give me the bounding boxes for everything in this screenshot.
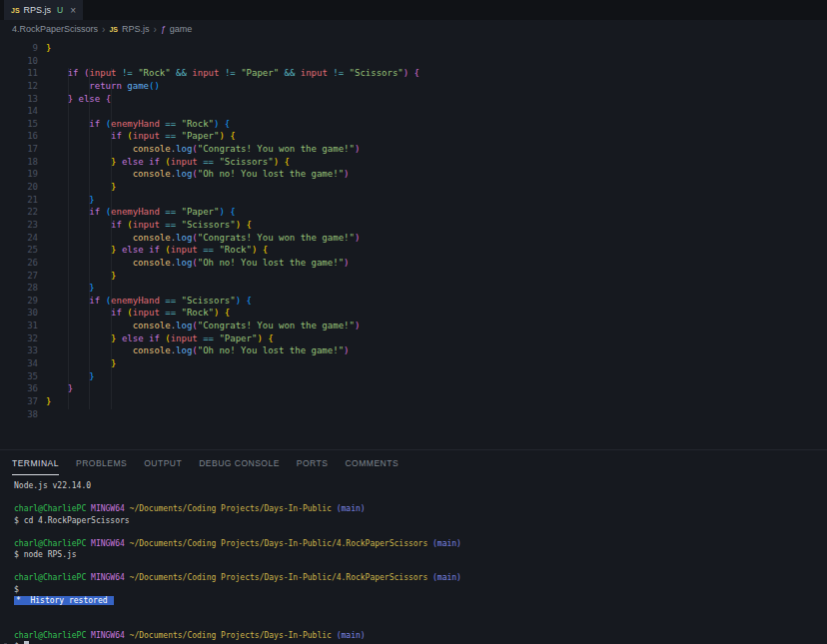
code-line[interactable]: 29 if (enemyHand == "Scissors") { bbox=[0, 295, 827, 308]
code-text: if (input == "Paper") { bbox=[46, 130, 236, 143]
panel-tab-ports[interactable]: PORTS bbox=[297, 450, 329, 475]
chevron-right-icon: › bbox=[153, 24, 156, 35]
code-line[interactable]: 11 if (input != "Rock" && input != "Pape… bbox=[0, 67, 827, 80]
code-text bbox=[46, 408, 51, 421]
terminal-output[interactable]: Node.js v22.14.0 charl@CharliePC MINGW64… bbox=[0, 475, 827, 644]
code-line[interactable]: 35 } bbox=[0, 370, 827, 383]
terminal-text: MINGW64 bbox=[91, 631, 130, 640]
close-tab-icon[interactable]: × bbox=[70, 5, 76, 16]
code-text: } bbox=[46, 181, 116, 194]
code-token: ) bbox=[355, 233, 360, 243]
code-line[interactable]: 13 } else { bbox=[0, 93, 827, 106]
code-line[interactable]: 19 console.log("Oh no! You lost the game… bbox=[0, 168, 827, 181]
line-number: 24 bbox=[0, 232, 38, 245]
code-text: if (input == "Scissors") { bbox=[46, 219, 252, 232]
code-line[interactable]: 36 } bbox=[0, 382, 827, 395]
code-line[interactable]: 17 console.log("Congrats! You won the ga… bbox=[0, 143, 827, 156]
line-number: 36 bbox=[0, 382, 38, 395]
code-token: input bbox=[171, 333, 204, 343]
line-number: 26 bbox=[0, 257, 38, 270]
code-token: != bbox=[122, 68, 138, 78]
code-line[interactable]: 9} bbox=[0, 42, 827, 55]
code-line[interactable]: 16 if (input == "Paper") { bbox=[0, 130, 827, 143]
code-text bbox=[46, 55, 51, 68]
terminal-text: $ cd 4.RockPaperScissors bbox=[14, 516, 130, 525]
code-token: ) bbox=[344, 345, 349, 355]
code-token: "Scissors" bbox=[182, 220, 236, 230]
code-line[interactable]: 32 } else if (input == "Paper") { bbox=[0, 332, 827, 345]
code-line[interactable]: 15 if (enemyHand == "Rock") { bbox=[0, 118, 827, 131]
code-text: } else if (input == "Scissors") { bbox=[46, 156, 290, 169]
code-token bbox=[46, 157, 111, 167]
tab-label: RPS.js bbox=[24, 5, 52, 15]
code-line[interactable]: 38 bbox=[0, 408, 827, 421]
terminal-line: $ cd 4.RockPaperScissors bbox=[14, 515, 827, 527]
code-token: != bbox=[225, 68, 241, 78]
line-number: 19 bbox=[0, 168, 38, 181]
code-token: "Paper" bbox=[182, 207, 220, 217]
code-token: ) { bbox=[219, 207, 235, 217]
terminal-text: (main) bbox=[337, 504, 366, 513]
code-token: else if bbox=[122, 245, 165, 255]
code-text: } bbox=[46, 270, 116, 283]
panel-tab-comments[interactable]: COMMENTS bbox=[345, 450, 399, 475]
code-token: ) { bbox=[236, 220, 252, 230]
code-line[interactable]: 30 if (input == "Rock") { bbox=[0, 307, 827, 320]
code-line[interactable]: 26 console.log("Oh no! You lost the game… bbox=[0, 257, 827, 270]
code-line[interactable]: 24 console.log("Congrats! You won the ga… bbox=[0, 232, 827, 245]
code-line[interactable]: 10 bbox=[0, 55, 827, 68]
panel-tab-problems[interactable]: PROBLEMS bbox=[76, 450, 127, 475]
terminal-text: ~/Documents/Coding Projects/Days-In-Publ… bbox=[130, 504, 337, 513]
line-number: 25 bbox=[0, 244, 38, 257]
terminal-text: charl@CharliePC bbox=[14, 573, 91, 582]
terminal-line bbox=[14, 561, 827, 573]
line-number: 20 bbox=[0, 181, 38, 194]
code-token bbox=[46, 94, 68, 104]
terminal-text: MINGW64 bbox=[91, 573, 130, 582]
code-token: } bbox=[46, 43, 51, 53]
code-line[interactable]: 22 if (enemyHand == "Paper") { bbox=[0, 206, 827, 219]
code-text: console.log("Oh no! You lost the game!") bbox=[46, 344, 349, 357]
code-editor[interactable]: 9}10 11 if (input != "Rock" && input != … bbox=[0, 38, 827, 449]
code-line[interactable]: 33 console.log("Oh no! You lost the game… bbox=[0, 344, 827, 357]
code-line[interactable]: 27 } bbox=[0, 270, 827, 283]
panel-tab-terminal[interactable]: TERMINAL bbox=[12, 450, 59, 475]
line-number: 35 bbox=[0, 370, 38, 383]
code-line[interactable]: 21 } bbox=[0, 194, 827, 207]
panel-tab-output[interactable]: OUTPUT bbox=[144, 450, 182, 475]
line-number: 16 bbox=[0, 130, 38, 143]
code-token: log bbox=[176, 321, 192, 330]
code-line[interactable]: 28 } bbox=[0, 282, 827, 295]
code-token: "Oh no! You lost the game!" bbox=[198, 345, 344, 355]
code-token: } bbox=[46, 396, 51, 406]
code-line[interactable]: 23 if (input == "Scissors") { bbox=[0, 219, 827, 232]
history-restored-badge: * History restored bbox=[14, 596, 114, 605]
terminal-line: * History restored bbox=[14, 595, 827, 607]
breadcrumb-folder[interactable]: 4.RockPaperScissors bbox=[12, 24, 98, 34]
indent-guide bbox=[111, 68, 112, 409]
code-line[interactable]: 20 } bbox=[0, 181, 827, 194]
code-line[interactable]: 34 } bbox=[0, 357, 827, 370]
code-token: "Oh no! You lost the game!" bbox=[198, 169, 344, 179]
indent-guide bbox=[89, 68, 90, 409]
code-line[interactable]: 31 console.log("Congrats! You won the ga… bbox=[0, 320, 827, 332]
line-number: 32 bbox=[0, 332, 38, 345]
breadcrumb-file[interactable]: RPS.js bbox=[122, 24, 150, 34]
tab-rps-js[interactable]: JS RPS.js U × bbox=[4, 0, 83, 20]
code-token: ) { bbox=[404, 68, 419, 78]
panel-tab-debug-console[interactable]: DEBUG CONSOLE bbox=[199, 450, 280, 475]
code-token: "Congrats! You won the game!" bbox=[198, 233, 355, 243]
code-token bbox=[46, 308, 111, 318]
terminal-line bbox=[14, 492, 827, 504]
code-line[interactable]: 12 return game() bbox=[0, 80, 827, 93]
code-line[interactable]: 14 bbox=[0, 105, 827, 118]
code-text: } bbox=[46, 382, 73, 395]
javascript-file-icon: JS bbox=[109, 26, 118, 33]
terminal-text: Node.js v22.14.0 bbox=[14, 481, 91, 490]
line-number: 23 bbox=[0, 219, 38, 232]
code-line[interactable]: 25 } else if (input == "Rock") { bbox=[0, 244, 827, 257]
breadcrumb-symbol[interactable]: game bbox=[170, 24, 193, 34]
code-line[interactable]: 37} bbox=[0, 395, 827, 408]
code-line[interactable]: 18 } else if (input == "Scissors") { bbox=[0, 156, 827, 169]
code-token: input bbox=[192, 68, 225, 78]
